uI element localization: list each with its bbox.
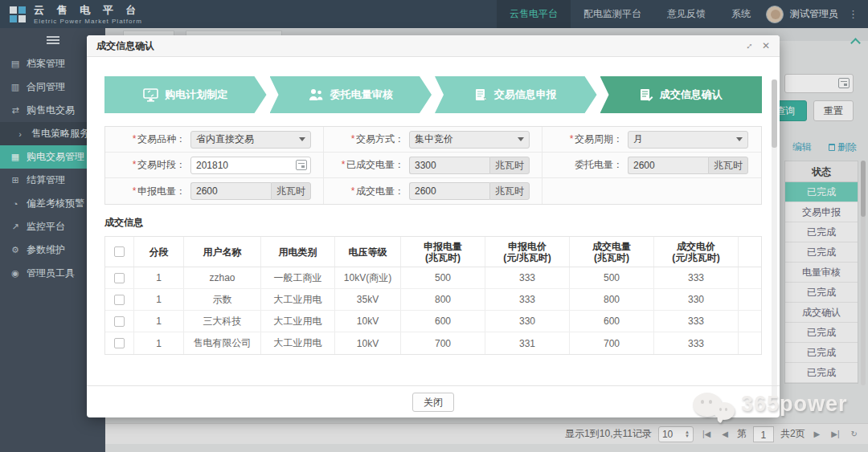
trade-form: *交易品种： 省内直接交易 *交易方式： 集中竞价 *交易周期： 月 *交易时段… [104, 126, 762, 205]
close-icon[interactable]: ✕ [762, 40, 770, 51]
modal-titlebar: 成交信息确认 ↕ ✕ [87, 35, 780, 57]
step-deal-confirm[interactable]: 成交信息确认 [600, 76, 763, 113]
deal-table: 分段 用户名称 用电类别 电压等级 申报电量(兆瓦时) 申报电价(元/兆瓦时) … [104, 236, 762, 355]
trade-cycle-select[interactable]: 月 [628, 131, 748, 149]
expand-icon[interactable]: ↕ [744, 40, 755, 51]
entrust-volume-input[interactable] [628, 157, 708, 174]
row-checkbox[interactable] [114, 295, 125, 305]
unit-label: 兆瓦时 [489, 182, 530, 200]
table-row[interactable]: 1 示数 大工业用电 35kV 800 333 800 330 [105, 289, 761, 311]
dropdown-caret-icon [518, 137, 524, 141]
deal-info-section-title: 成交信息 [104, 216, 762, 230]
table-row[interactable]: 1 售电有限公司 大工业用电 10kV 700 331 700 333 [105, 332, 761, 354]
field-trade-cycle: *交易周期： 月 [542, 127, 761, 153]
unit-label: 兆瓦时 [489, 157, 530, 174]
users-review-icon [309, 88, 324, 101]
document-confirm-icon [640, 88, 653, 102]
deal-confirm-modal: 成交信息确认 ↕ ✕ 购电计划制定 委托电量审核 交易信息申报 成交信息确认 [87, 35, 780, 417]
dropdown-caret-icon [736, 137, 743, 141]
modal-footer: 关闭 [87, 385, 780, 417]
table-row[interactable]: 1 zzhao 一般工商业 10kV(商业) 500 333 500 333 [105, 267, 761, 289]
table-row[interactable]: 1 三大科技 大工业用电 10kV 600 330 600 333 [105, 311, 761, 332]
dealt-volume-input[interactable] [409, 157, 489, 174]
watermark: 365power [693, 392, 848, 417]
field-trade-mode: *交易方式： 集中竞价 [324, 127, 542, 153]
field-declared-volume: *申报电量： 兆瓦时 [105, 178, 324, 204]
row-checkbox[interactable] [114, 273, 125, 283]
step-purchase-plan[interactable]: 购电计划制定 [104, 76, 267, 113]
wechat-bubble-small-icon [714, 402, 735, 420]
field-trade-type: *交易品种： 省内直接交易 [105, 127, 324, 153]
modal-title: 成交信息确认 [96, 39, 154, 53]
calendar-icon [296, 160, 307, 170]
select-all-checkbox[interactable] [114, 246, 125, 257]
field-dealt-volume: *已成交电量： 兆瓦时 [324, 153, 542, 178]
trade-period-input[interactable] [190, 157, 311, 174]
document-report-icon [475, 88, 488, 102]
modal-scrollbar[interactable] [772, 79, 777, 404]
row-checkbox[interactable] [114, 316, 125, 327]
field-trade-period: *交易时段： [105, 153, 324, 178]
monitor-plan-icon [143, 88, 158, 102]
close-button[interactable]: 关闭 [412, 393, 454, 412]
step-trade-report[interactable]: 交易信息申报 [435, 76, 597, 113]
deal-volume-input[interactable] [409, 182, 489, 200]
row-checkbox[interactable] [114, 338, 125, 348]
declared-volume-input[interactable] [190, 182, 271, 200]
field-deal-volume: *成交电量： 兆瓦时 [324, 178, 542, 204]
wizard-steps: 购电计划制定 委托电量审核 交易信息申报 成交信息确认 [104, 76, 762, 113]
step-entrust-review[interactable]: 委托电量审核 [270, 76, 432, 113]
unit-label: 兆瓦时 [271, 182, 311, 200]
field-empty [542, 178, 761, 204]
unit-label: 兆瓦时 [708, 157, 748, 174]
trade-type-select[interactable]: 省内直接交易 [190, 131, 311, 149]
watermark-text: 365power [741, 392, 848, 417]
modal-body: 购电计划制定 委托电量审核 交易信息申报 成交信息确认 *交易品种： 省内直接交… [87, 76, 780, 355]
trade-mode-select[interactable]: 集中竞价 [409, 131, 530, 149]
field-entrust-volume: 委托电量： 兆瓦时 [542, 153, 761, 178]
deal-table-header: 分段 用户名称 用电类别 电压等级 申报电量(兆瓦时) 申报电价(元/兆瓦时) … [105, 237, 761, 267]
dropdown-caret-icon [299, 137, 305, 141]
